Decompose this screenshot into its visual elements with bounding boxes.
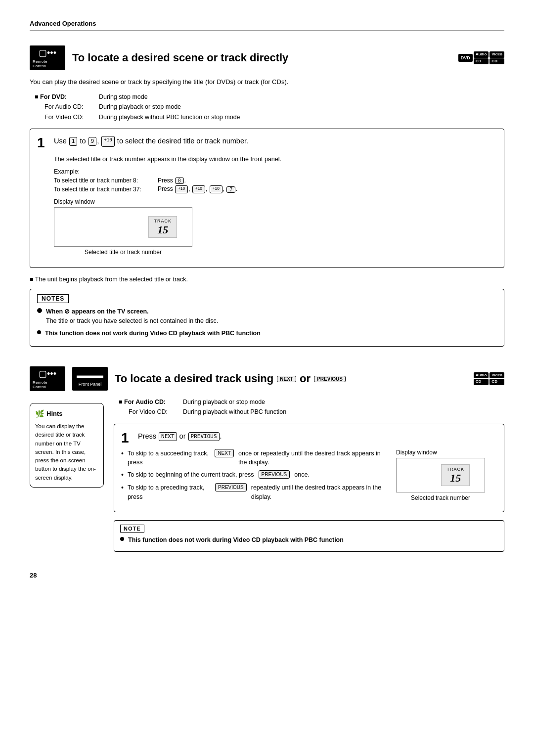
display-window-wrap: Display window TRACK 15 Selected title o… [54, 198, 495, 256]
s2-mode-value-audio: During playback or stop mode [183, 398, 504, 407]
section1-modes: ■ For DVD: During stop mode For Audio CD… [35, 93, 504, 122]
next-key: NEXT [159, 432, 177, 442]
s2-step1-number: 1 [121, 431, 133, 445]
front-panel-icon: ▬▬▬ Front Panel [72, 367, 108, 391]
hints-box: 🌿 Hints You can display the desired titl… [30, 403, 104, 488]
badge-video-cd: Video CD [490, 51, 504, 64]
key-9: 9 [89, 137, 97, 146]
step1-header: 1 Use 1 to 9, +10 to select the desired … [37, 136, 495, 150]
notes-item-2: This function does not work during Video… [37, 329, 497, 338]
step1-subtext: The selected title or track number appea… [54, 155, 495, 164]
s2-display-caption: Selected track number [396, 494, 485, 501]
ex-value-1: Press 8. [158, 177, 495, 184]
prev-key: PREVIOUS [188, 432, 220, 442]
two-col-step: To skip to a succeeding track, press NEX… [121, 449, 495, 505]
s2-display-label: Display window [396, 449, 495, 456]
badge2-video-cd: Video CD [490, 372, 504, 385]
mode-label-video: For Video CD: [35, 113, 99, 122]
note-text: This function does not work during Video… [128, 535, 344, 545]
note-box: NOTE This function does not work during … [114, 520, 504, 552]
mode-label-dvd: ■ For DVD: [35, 93, 99, 102]
note-item: This function does not work during Video… [120, 535, 498, 545]
remote-icon-label: Remote Control [33, 59, 62, 68]
key-1: 1 [69, 137, 78, 146]
key-8: 8 [175, 178, 184, 184]
key-plus10: +10 [101, 136, 115, 147]
bullet-item-1: To skip to a succeeding track, press NEX… [121, 449, 386, 468]
section1-badges: DVD Audio CD Video CD [458, 51, 504, 64]
section1-step1-box: 1 Use 1 to 9, +10 to select the desired … [30, 129, 504, 268]
notes-text-1: When ⊘ appears on the TV screen. The tit… [46, 307, 218, 326]
bottom-left: 🌿 Hints You can display the desired titl… [30, 398, 104, 552]
example-row-1: To select title or track number 8: Press… [54, 177, 495, 184]
notes-strong-1: When ⊘ appears on the TV screen. [46, 308, 149, 315]
prev-btn: PREVIOUS [314, 376, 346, 382]
header: Advanced Operations [30, 20, 504, 31]
section1: ▢••• Remote Control To locate a desired … [30, 45, 504, 347]
remote-control-icon: ▢••• Remote Control [30, 45, 65, 70]
mode-row-audio: For Audio CD: During playback or stop mo… [35, 103, 504, 112]
note-bullet [120, 537, 124, 541]
mode-value-video: During playback without PBC function or … [99, 113, 504, 122]
key-7: 7 [226, 186, 235, 193]
mode-row-video: For Video CD: During playback without PB… [35, 113, 504, 122]
section2-badges: Audio CD Video CD [474, 372, 504, 385]
step1-instruction: Use 1 to 9, +10 to select the desired ti… [54, 136, 495, 147]
remote-icon-symbol-2: ▢••• [39, 368, 56, 379]
page-number: 28 [30, 572, 504, 579]
section2-title: To locate a desired track using NEXT or … [115, 372, 467, 385]
notes-box: NOTES When ⊘ appears on the TV screen. T… [30, 289, 504, 346]
badge-audio-cd: Audio CD [474, 51, 489, 64]
remote-icon-symbol: ▢••• [39, 47, 56, 58]
example-label: Example: [54, 168, 495, 175]
step1-number: 1 [37, 136, 49, 150]
section2-step1-box: 1 Press NEXT or PREVIOUS. To skip to a s… [114, 424, 504, 512]
example-rows: To select title or track number 8: Press… [54, 177, 495, 194]
s2-display-window: TRACK 15 [396, 458, 485, 492]
hints-icon: 🌿 [35, 408, 44, 420]
key-plus10b: +10 [192, 185, 205, 193]
bullet-circle-1 [37, 308, 42, 313]
note-strong: This function does not work during Video… [128, 536, 344, 543]
hints-title: 🌿 Hints [35, 408, 98, 420]
display-inner: TRACK 15 [148, 216, 177, 238]
section-title: Advanced Operations [30, 20, 96, 27]
section2: ▢••• Remote Control ▬▬▬ Front Panel To l… [30, 366, 504, 552]
section1-content: You can play the desired scene or track … [30, 77, 504, 347]
notes-item-1: When ⊘ appears on the TV screen. The tit… [37, 307, 497, 326]
section1-title: To locate a desired scene or track direc… [72, 51, 451, 64]
s2-mode-label-audio: ■ For Audio CD: [119, 398, 183, 407]
notes-title: NOTES [37, 294, 69, 303]
ex-value-2: Press +10, +10, +10, 7. [158, 185, 495, 193]
hints-label: Hints [46, 409, 63, 419]
mode-label-audio: For Audio CD: [35, 103, 99, 112]
s2-mode-value-video: During playback without PBC function [183, 408, 504, 417]
remote-icon-label-2: Remote Control [33, 380, 62, 389]
track-label: TRACK [154, 219, 172, 223]
key-plus10a: +10 [175, 185, 188, 193]
display-window: TRACK 15 [54, 207, 192, 247]
s2-track-label: TRACK [446, 467, 464, 472]
page: Advanced Operations ▢••• Remote Control … [0, 0, 534, 756]
badge2-audio-cd: Audio CD [474, 372, 489, 385]
badge-dvd: DVD [458, 54, 473, 62]
display-caption: Selected title or track number [54, 249, 192, 256]
front-panel-label: Front Panel [79, 382, 102, 387]
s2-mode-row-audio: ■ For Audio CD: During playback or stop … [119, 398, 504, 407]
bullet-dot-2 [37, 330, 41, 334]
notes-strong-2: This function does not work during Video… [45, 330, 261, 337]
ex-label-1: To select title or track number 8: [54, 177, 153, 184]
prev-key-2: PREVIOUS [259, 470, 290, 479]
display-window-label: Display window [54, 198, 495, 205]
section2-heading-row: ▢••• Remote Control ▬▬▬ Front Panel To l… [30, 366, 504, 391]
bottom-right: ■ For Audio CD: During playback or stop … [114, 398, 504, 552]
front-panel-symbol: ▬▬▬ [77, 370, 103, 381]
s2-track-number: 15 [446, 473, 464, 484]
playback-note: ■ The unit begins playback from the sele… [30, 276, 504, 283]
track-number: 15 [154, 224, 172, 235]
s2-mode-row-video: For Video CD: During playback without PB… [119, 408, 504, 417]
s2-display-inner: TRACK 15 [441, 464, 470, 486]
section2-modes: ■ For Audio CD: During playback or stop … [119, 398, 504, 417]
section1-heading-row: ▢••• Remote Control To locate a desired … [30, 45, 504, 70]
bullet-item-2: To skip to beginning of the current trac… [121, 470, 386, 480]
